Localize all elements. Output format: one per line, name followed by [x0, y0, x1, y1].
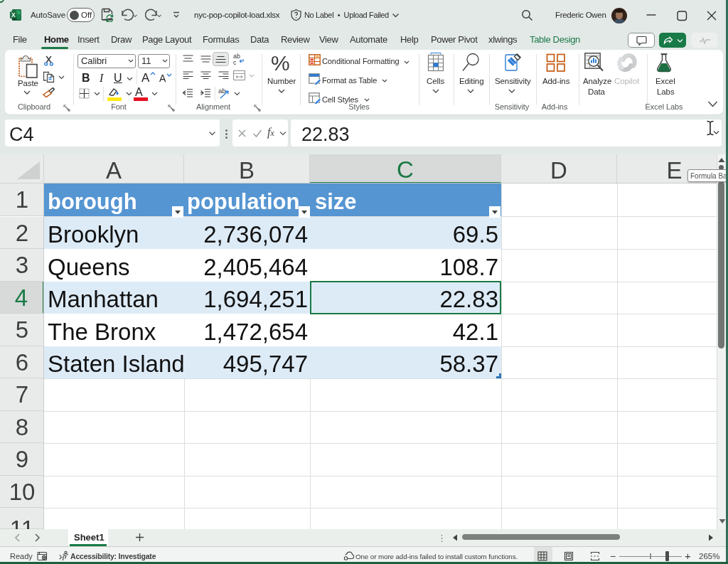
svg-text:X: X — [11, 11, 16, 18]
svg-text:c: c — [233, 59, 237, 65]
svg-text:ab: ab — [218, 87, 226, 95]
